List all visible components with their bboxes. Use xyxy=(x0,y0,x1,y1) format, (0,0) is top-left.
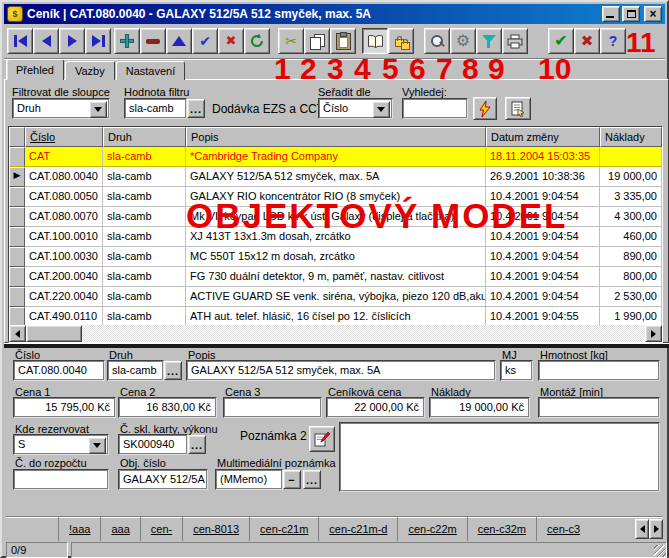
sort-combobox[interactable]: Číslo xyxy=(318,98,393,119)
form-sklkarta-ellipsis-button[interactable]: ... xyxy=(188,435,206,454)
cell-popis: ATH aut. telef. hlásič, 16 čísel po 12. … xyxy=(186,307,486,327)
form-mmemo-input[interactable]: (MMemo) xyxy=(215,469,283,490)
grid-header-druh[interactable]: Druh xyxy=(103,127,186,147)
settings-button[interactable]: ⚙ xyxy=(450,28,476,54)
view-tab[interactable]: cen-c3 xyxy=(537,517,590,541)
help-button[interactable]: ? xyxy=(600,28,626,54)
close-button[interactable]: × xyxy=(644,6,662,22)
nav-last-button[interactable] xyxy=(85,28,111,54)
copy-button[interactable] xyxy=(304,28,330,54)
cell-datum: 10.4.2001 9:04:54 xyxy=(486,267,600,287)
cut-button[interactable]: ✂ xyxy=(278,28,304,54)
view-tab[interactable]: !aaa xyxy=(59,517,101,541)
view-tab[interactable]: cen-8013 xyxy=(183,517,250,541)
resize-grip[interactable] xyxy=(654,545,666,557)
grid-header-naklady[interactable]: Náklady xyxy=(600,127,662,147)
view-tabs-scroll-left-button[interactable] xyxy=(635,519,649,539)
filter-value-ellipsis-button[interactable]: ... xyxy=(187,99,205,118)
nav-first-button[interactable] xyxy=(7,28,33,54)
form-mj-input[interactable]: ks xyxy=(500,360,533,381)
insert-record-button[interactable] xyxy=(114,28,140,54)
grid-header-datum[interactable]: Datum změny xyxy=(486,127,600,147)
nav-prior-button[interactable] xyxy=(33,28,59,54)
scroll-left-button[interactable] xyxy=(9,325,26,342)
scroll-right-button[interactable] xyxy=(645,325,662,342)
search-execute-button[interactable] xyxy=(473,97,497,120)
post-record-button[interactable]: ✔ xyxy=(192,28,218,54)
confirm-ok-button[interactable]: ✔ xyxy=(548,28,574,54)
table-row[interactable]: CAT.220.0040 sla-camb ACTIVE GUARD SE ve… xyxy=(9,287,662,307)
cancel-record-button[interactable]: ✖ xyxy=(218,28,244,54)
form-kde-dropdown-button[interactable] xyxy=(88,437,106,454)
refresh-button[interactable] xyxy=(244,28,270,54)
form-cenikova-input[interactable]: 22 000,00 Kč xyxy=(326,397,425,418)
view-tab[interactable]: cen-c32m xyxy=(468,517,537,541)
filter-column-dropdown-button[interactable] xyxy=(89,101,107,118)
splitter[interactable] xyxy=(4,343,669,348)
form-poznamka2-edit-button[interactable] xyxy=(309,426,335,452)
form-poznamka2-textarea[interactable] xyxy=(339,422,660,492)
grid-header-cislo[interactable]: Číslo xyxy=(25,127,103,147)
view-tab[interactable]: cen-c21m xyxy=(250,517,319,541)
cell-naklady: 3 335,00 xyxy=(600,187,662,207)
filter-column-combobox[interactable]: Druh xyxy=(12,98,110,119)
cell-popis: *Cambridge Trading Company xyxy=(186,147,486,167)
sort-dropdown-button[interactable] xyxy=(372,101,390,118)
grid-header-popis[interactable]: Popis xyxy=(186,127,486,147)
form-cena3-input[interactable] xyxy=(223,397,322,418)
copy-icon xyxy=(310,34,324,49)
form-montaz-input[interactable] xyxy=(538,397,660,418)
table-row[interactable]: CAT.490.0110 sla-camb ATH aut. telef. hl… xyxy=(9,307,662,327)
form-cena1-input[interactable]: 15 795,00 Kč xyxy=(13,397,116,418)
filter-value-input[interactable]: sla-camb xyxy=(124,98,187,119)
maximize-button[interactable] xyxy=(622,6,640,22)
view-tab[interactable]: cen- xyxy=(141,517,183,541)
table-row[interactable]: CAT sla-camb *Cambridge Trading Company … xyxy=(9,147,662,167)
catalog-book-button[interactable] xyxy=(362,28,388,54)
filter-button[interactable] xyxy=(476,28,502,54)
view-tabs-scroll-right-button[interactable] xyxy=(649,519,663,539)
form-druh-ellipsis-button[interactable]: ... xyxy=(164,361,182,380)
search-input[interactable] xyxy=(402,98,468,119)
tab-nastaveni[interactable]: Nastavení xyxy=(116,61,186,80)
report-button[interactable] xyxy=(505,97,531,120)
view-tab[interactable]: aaa xyxy=(101,517,140,541)
form-naklady-input[interactable]: 19 000,00 Kč xyxy=(429,397,530,418)
form-hmotnost-input[interactable] xyxy=(538,360,660,381)
form-mmemo-clear-button[interactable]: − xyxy=(283,470,301,489)
cell-cislo: CAT.080.0070 xyxy=(25,207,103,227)
table-row[interactable]: CAT.100.0030 sla-camb MC 550T 15x12 m do… xyxy=(9,247,662,267)
print-button[interactable] xyxy=(502,28,528,54)
form-druh-input[interactable]: sla-camb xyxy=(107,360,164,381)
minimize-button[interactable] xyxy=(602,6,620,22)
scrollbar-thumb[interactable] xyxy=(26,325,82,342)
form-mmemo-ellipsis-button[interactable]: ... xyxy=(303,470,321,489)
table-row[interactable]: CAT.200.0040 sla-camb FG 730 duální dete… xyxy=(9,267,662,287)
search-button[interactable] xyxy=(424,28,450,54)
chevron-down-icon xyxy=(93,443,101,448)
view-tab[interactable]: cen-c22m xyxy=(398,517,467,541)
grid-header-selector xyxy=(9,127,25,147)
form-popis-input[interactable]: GALAXY 512/5A 512 smyček, max. 5A xyxy=(186,360,496,381)
form-sklkarta-input[interactable]: SK000940 xyxy=(118,434,188,455)
view-tab[interactable]: cen-c21m-d xyxy=(319,517,398,541)
scrollbar-track[interactable] xyxy=(82,325,645,342)
tab-vazby[interactable]: Vazby xyxy=(65,61,115,80)
delete-record-button[interactable] xyxy=(140,28,166,54)
form-objcislo-input[interactable]: GALAXY 512/5A xyxy=(118,469,208,490)
form-rozpocet-input[interactable] xyxy=(13,469,109,490)
confirm-cancel-button[interactable]: ✖ xyxy=(574,28,600,54)
form-cislo-input[interactable]: CAT.080.0040 xyxy=(13,360,105,381)
tab-prehled[interactable]: Přehled xyxy=(6,59,64,80)
table-row-current[interactable]: ▶ CAT.080.0040 sla-camb GALAXY 512/5A 51… xyxy=(9,167,662,187)
security-locks-button[interactable] xyxy=(388,28,414,54)
paste-button[interactable] xyxy=(330,28,356,54)
nav-next-button[interactable] xyxy=(59,28,85,54)
edit-record-button[interactable] xyxy=(166,28,192,54)
title-bar[interactable]: $ Ceník | CAT.080.0040 - GALAXY 512/5A 5… xyxy=(4,4,665,24)
form-kde-combobox[interactable]: S xyxy=(13,434,109,455)
grid-horizontal-scrollbar[interactable] xyxy=(9,325,662,342)
cell-datum: 10.4.2001 9:04:55 xyxy=(486,307,600,327)
green-check-icon: ✔ xyxy=(554,34,567,48)
form-cena2-input[interactable]: 16 830,00 Kč xyxy=(118,397,217,418)
